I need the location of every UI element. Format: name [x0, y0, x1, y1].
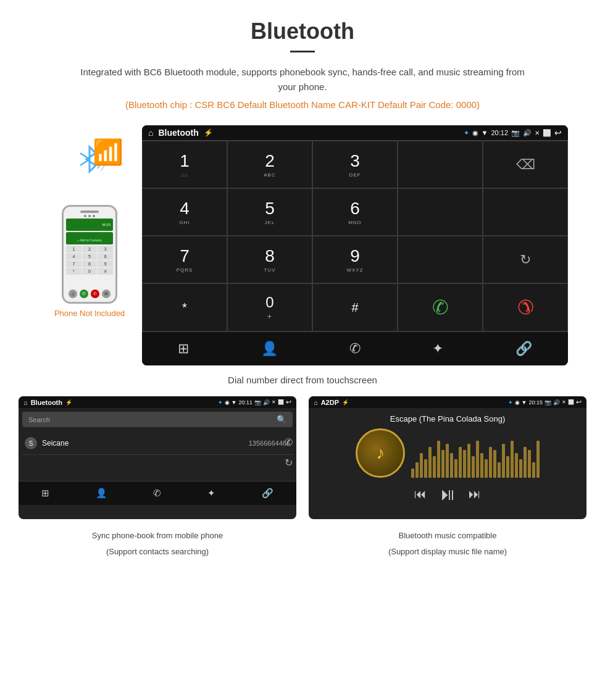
key-1[interactable]: 1⌂⌂ — [142, 141, 227, 188]
music-vol-icon[interactable]: 🔊 — [553, 399, 560, 406]
dial-display-area — [398, 141, 483, 188]
window-icon[interactable]: ⬜ — [543, 129, 551, 137]
music-loc-icon: ◉ — [515, 399, 520, 406]
contacts-right-icons: ✆ ↻ — [285, 436, 293, 469]
music-caption-line1: Bluetooth music compatible — [309, 530, 586, 541]
display-empty-2 — [398, 188, 483, 236]
vis-bar — [467, 444, 470, 478]
vis-bar — [472, 456, 475, 478]
dialpad-icon[interactable]: ⊞ — [178, 341, 189, 357]
music-cam-icon[interactable]: 📷 — [544, 399, 551, 406]
end-call-button[interactable]: ✆ — [483, 283, 568, 331]
contacts-cam-icon[interactable]: 📷 — [254, 399, 261, 406]
music-caption: Bluetooth music compatible (Support disp… — [309, 525, 586, 557]
phone-bottom-buttons: ⎙ ✆ ✆ ⊞ — [64, 290, 115, 298]
vis-bar — [424, 459, 427, 478]
key-5[interactable]: 5JKL — [227, 188, 312, 236]
location-icon: ◉ — [472, 129, 478, 137]
contacts-caption-line2: (Support contacts searching) — [19, 546, 296, 557]
svg-line-2 — [80, 159, 90, 165]
phone-dialpad: 123 456 789 *0# — [66, 246, 113, 275]
close-icon[interactable]: ✕ — [535, 130, 540, 136]
music-back-icon[interactable]: ↩ — [576, 398, 582, 406]
vis-bar — [441, 450, 444, 478]
contacts-bluetooth-icon[interactable]: ✦ — [207, 488, 215, 499]
search-icon[interactable]: 🔍 — [277, 415, 286, 424]
contacts-usb-icon: ⚡ — [65, 399, 72, 406]
bluetooth-wave-icon: 📶 — [93, 138, 123, 167]
contacts-link-icon[interactable]: 🔗 — [262, 488, 273, 499]
key-6[interactable]: 6MNO — [312, 188, 398, 236]
phone-screen: M:20 — [66, 219, 113, 231]
prev-button[interactable]: ⏮ — [414, 487, 427, 501]
music-close-icon[interactable]: ✕ — [562, 399, 566, 405]
contacts-bt-icon: ✦ — [218, 399, 223, 406]
vis-bar — [493, 450, 496, 478]
music-note-icon: ♪ — [376, 443, 385, 463]
refresh-button[interactable]: ↻ — [483, 236, 568, 283]
volume-icon[interactable]: 🔊 — [523, 129, 532, 137]
music-home-icon[interactable]: ⌂ — [314, 399, 318, 406]
key-3[interactable]: 3DEF — [312, 141, 398, 188]
music-song-title: Escape (The Pina Colada Song) — [390, 414, 505, 423]
next-button[interactable]: ⏭ — [469, 487, 481, 501]
camera-icon[interactable]: 📷 — [511, 129, 520, 137]
contacts-win-icon[interactable]: ⬜ — [278, 399, 284, 405]
title-divider — [290, 51, 315, 52]
display-empty-4 — [398, 236, 483, 283]
music-controls: ⏮ ⏯ ⏭ — [414, 478, 481, 510]
dial-bottombar: ⊞ 👤 ✆ ✦ 🔗 — [142, 331, 568, 365]
home-icon[interactable]: ⌂ — [148, 128, 153, 138]
usb-icon: ⚡ — [204, 128, 213, 137]
contacts-vol-icon[interactable]: 🔊 — [263, 399, 270, 406]
vis-bar — [511, 441, 514, 478]
contacts-phone-icon[interactable]: ✆ — [153, 488, 161, 499]
vis-bar — [450, 453, 453, 478]
contact-row[interactable]: S Seicane 13566664466 — [22, 432, 293, 455]
description-text: Integrated with BC6 Bluetooth module, su… — [71, 65, 534, 94]
dial-numpad: 1⌂⌂ 2ABC 3DEF ⌫ 4GHI 5JKL 6MNO — [142, 140, 568, 331]
music-win-icon[interactable]: ⬜ — [568, 399, 574, 405]
contacts-person-icon[interactable]: 👤 — [96, 488, 107, 499]
call-button[interactable]: ✆ — [398, 283, 483, 331]
music-bt-icon: ✦ — [508, 399, 513, 406]
dial-time: 20:12 — [491, 129, 508, 136]
key-9[interactable]: 9WXYZ — [312, 236, 398, 283]
vis-bar — [519, 459, 522, 478]
key-star[interactable]: * — [142, 283, 227, 331]
contacts-icon[interactable]: 👤 — [261, 341, 278, 357]
contacts-dialpad-icon[interactable]: ⊞ — [41, 488, 49, 499]
contacts-search-bar[interactable]: Search 🔍 — [22, 412, 293, 427]
contacts-back-icon[interactable]: ↩ — [286, 398, 291, 406]
contacts-loc-icon: ◉ — [225, 399, 230, 406]
dial-statusbar: ⌂ Bluetooth ⚡ ✦ ◉ ▼ 20:12 📷 🔊 ✕ ⬜ ↩ — [142, 125, 568, 140]
refresh-contacts-icon[interactable]: ↻ — [285, 457, 293, 469]
vis-bar — [415, 462, 419, 478]
phone-call-icon[interactable]: ✆ — [285, 436, 293, 448]
key-2[interactable]: 2ABC — [227, 141, 312, 188]
phone-device: M:20 + Add to Contacts 123 456 789 *0# ⎙… — [62, 205, 117, 304]
dial-screen-title: Bluetooth — [158, 128, 198, 138]
link-icon[interactable]: 🔗 — [515, 341, 532, 357]
contacts-list: S Seicane 13566664466 — [19, 431, 296, 456]
key-4[interactable]: 4GHI — [142, 188, 227, 236]
contacts-close-icon[interactable]: ✕ — [272, 399, 276, 405]
music-screen: ⌂ A2DP ⚡ ✦ ◉ ▼ 20:15 📷 🔊 ✕ ⬜ ↩ Escape (T… — [309, 396, 586, 519]
key-hash[interactable]: # — [312, 283, 398, 331]
vis-bar — [498, 462, 501, 478]
phone-icon[interactable]: ✆ — [349, 341, 361, 357]
contacts-screen-title: Bluetooth — [31, 399, 62, 406]
play-pause-button[interactable]: ⏯ — [439, 484, 456, 504]
phone-btn-left: ⎙ — [69, 290, 77, 298]
back-icon[interactable]: ↩ — [554, 128, 562, 138]
key-0[interactable]: 0+ — [227, 283, 312, 331]
contacts-signal: ▼ — [232, 399, 237, 406]
contacts-time: 20:11 — [238, 399, 252, 406]
vis-bar — [528, 450, 531, 478]
backspace-button[interactable]: ⌫ — [483, 141, 568, 188]
key-8[interactable]: 8TUV — [227, 236, 312, 283]
contact-avatar: S — [25, 437, 37, 449]
key-7[interactable]: 7PQRS — [142, 236, 227, 283]
contacts-home-icon[interactable]: ⌂ — [23, 399, 28, 406]
bluetooth-icon[interactable]: ✦ — [432, 341, 443, 357]
